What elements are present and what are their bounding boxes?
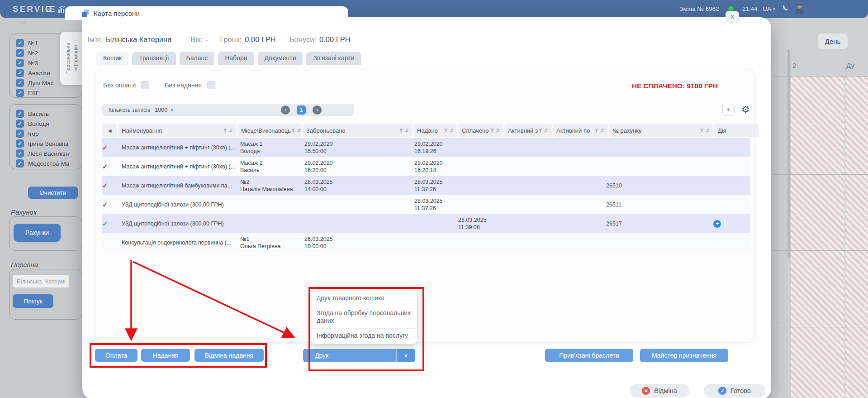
filter-funnel-icon[interactable] — [399, 129, 403, 133]
age-label: Вік: — [190, 35, 202, 44]
provide-button[interactable]: Надання — [141, 349, 190, 362]
filter-funnel-icon[interactable] — [594, 129, 599, 133]
column-icons: ⇵ — [594, 128, 604, 134]
filter-funnel-icon[interactable] — [490, 129, 494, 133]
cell-provided-line1: 28.03.2025 — [414, 197, 449, 205]
language-selector[interactable]: UA∨ — [763, 5, 775, 12]
table-settings-gear-icon[interactable]: ⚙ — [740, 103, 752, 115]
cell-provided — [410, 242, 454, 244]
sort-icon[interactable]: ⇵ — [496, 128, 500, 134]
page-prev-button[interactable]: ‹ — [281, 105, 290, 115]
print-split-button[interactable]: Друк ∨ — [303, 349, 415, 362]
assignment-wizard-button[interactable]: Майстер призначення — [640, 349, 728, 362]
tab-3[interactable]: Баланс — [180, 52, 215, 65]
no-provision-checkbox[interactable] — [207, 81, 215, 89]
modal-title-bar: Карта персони — [65, 6, 348, 20]
hamburger-menu-icon[interactable] — [46, 6, 55, 12]
cancel-provision-button[interactable]: Відміна надання — [194, 349, 264, 362]
sort-icon[interactable]: ⇵ — [297, 128, 301, 134]
close-button[interactable]: X — [726, 11, 739, 23]
tab-2[interactable]: Транзакції — [132, 52, 175, 65]
page-current[interactable]: 1 — [297, 105, 306, 115]
column-header-1[interactable]: Найменування⇵ — [118, 124, 237, 137]
cancel-button[interactable]: ✕ Відміна — [630, 384, 689, 398]
sort-icon[interactable]: ⇵ — [229, 128, 233, 134]
tab-5[interactable]: Документи — [258, 52, 303, 65]
print-menu-item[interactable]: Згода на обробку персональних даних — [311, 306, 417, 329]
tab-1[interactable]: Кошик — [96, 52, 128, 65]
done-button[interactable]: ✓ Готово — [704, 384, 765, 398]
sort-icon[interactable]: ⇵ — [450, 128, 454, 134]
print-chevron-icon[interactable]: ∨ — [396, 349, 415, 362]
table-row[interactable]: ✓УЗД щитоподібної залози (300.00 ГРН)28.… — [102, 195, 750, 214]
table-row[interactable]: ✓Масаж антицелюлітний + ліфтинг (30хв) (… — [102, 157, 750, 176]
cell-paid — [454, 185, 499, 187]
records-count-value[interactable]: 1000 — [155, 107, 167, 113]
staff-checkbox[interactable]: ✓ — [16, 139, 24, 148]
column-header-collapse[interactable]: ◀ — [102, 124, 117, 137]
cell-paid — [454, 242, 499, 244]
column-header-9[interactable]: Дія — [714, 124, 759, 137]
column-icons: ⇵ — [490, 128, 500, 134]
filter-funnel-icon[interactable] — [291, 129, 295, 133]
day-view-button[interactable]: День — [818, 34, 848, 49]
person-search-button[interactable]: Пошук — [13, 294, 53, 308]
column-label: Заброньовано — [306, 127, 346, 134]
room-checkbox[interactable]: ✓ — [16, 39, 24, 47]
staff-checkbox[interactable]: ✓ — [16, 120, 24, 128]
column-header-8[interactable]: № рахунку⇵ — [609, 124, 713, 137]
sort-icon[interactable]: ⇵ — [706, 128, 710, 134]
add-row-button[interactable]: + — [722, 104, 735, 116]
staff-checkbox[interactable]: ✓ — [16, 110, 24, 118]
records-chevron-icon[interactable]: ∨ — [170, 107, 173, 112]
table-row[interactable]: Консультація ендокринолога первинна (...… — [102, 233, 750, 252]
sort-icon[interactable]: ⇵ — [405, 128, 409, 134]
room-checkbox[interactable]: ✓ — [16, 79, 24, 87]
column-header-5[interactable]: Сплачено⇵ — [458, 124, 503, 137]
calendar-scrollbar[interactable] — [787, 49, 790, 258]
staff-checkbox[interactable]: ✓ — [16, 159, 24, 168]
room-checkbox[interactable]: ✓ — [16, 89, 24, 97]
cell-account: 26517 — [602, 219, 706, 228]
accounts-button[interactable]: Рахунки — [14, 224, 61, 242]
page-next-button[interactable]: › — [313, 105, 322, 115]
table-row[interactable]: ✓УЗД щитоподібної залози (300.00 ГРН)28.… — [102, 214, 750, 233]
no-payment-checkbox[interactable] — [141, 81, 149, 89]
column-header-6[interactable]: Активний з⇵ — [504, 124, 552, 137]
sort-icon[interactable]: ⇵ — [600, 128, 604, 134]
calendar-grid-line — [791, 58, 791, 398]
table-row[interactable]: ✓Масаж антицелюлітний + ліфтинг (30хв) (… — [102, 138, 750, 157]
bracelets-button[interactable]: Прив'язані браслети — [545, 349, 633, 362]
staff-checkbox[interactable]: ✓ — [16, 129, 24, 138]
filter-funnel-icon[interactable] — [444, 129, 448, 133]
filter-funnel-icon[interactable] — [223, 129, 228, 133]
person-search-input[interactable] — [13, 274, 70, 288]
column-header-3[interactable]: Заброньовано⇵ — [303, 124, 413, 137]
sort-icon[interactable]: ⇵ — [544, 128, 548, 134]
user-avatar-icon[interactable] — [794, 4, 805, 14]
room-checkbox[interactable]: ✓ — [16, 69, 24, 77]
collapse-column-icon[interactable]: ◀ — [106, 128, 114, 133]
print-button-label[interactable]: Друк — [303, 349, 396, 362]
column-header-7[interactable]: Активний по⇵ — [553, 124, 608, 137]
staff-checkbox[interactable]: ✓ — [16, 149, 24, 158]
cell-booked-line2: 10:00:00 — [304, 243, 405, 250]
cell-provided-line2: 11:37:26 — [414, 205, 449, 212]
column-header-2[interactable]: Місце\Виконавець⇵ — [237, 124, 302, 137]
table-row[interactable]: ✓Масаж антицелюлітний бамбуковими па...№… — [102, 176, 750, 195]
tab-6[interactable]: Зв'язані карти — [306, 52, 361, 65]
room-checkbox[interactable]: ✓ — [16, 59, 24, 67]
filter-funnel-icon[interactable] — [538, 129, 543, 133]
pay-button[interactable]: Оплата — [95, 349, 138, 362]
add-action-icon[interactable]: + — [713, 220, 721, 228]
clear-button[interactable]: Очистити — [28, 187, 78, 199]
phone-icon[interactable] — [782, 5, 790, 14]
red-check-icon: ✓ — [102, 163, 108, 170]
column-header-4[interactable]: Надано⇵ — [413, 124, 457, 137]
print-menu-item[interactable]: Друк товарного кошика — [311, 291, 417, 306]
filter-funnel-icon[interactable] — [700, 129, 704, 133]
personal-info-vertical-tab[interactable]: Персональна інформація — [60, 32, 82, 85]
room-checkbox[interactable]: ✓ — [16, 49, 24, 57]
print-menu-item[interactable]: Інформаційна згода на послугу — [311, 329, 417, 343]
tab-4[interactable]: Набори — [218, 52, 254, 65]
